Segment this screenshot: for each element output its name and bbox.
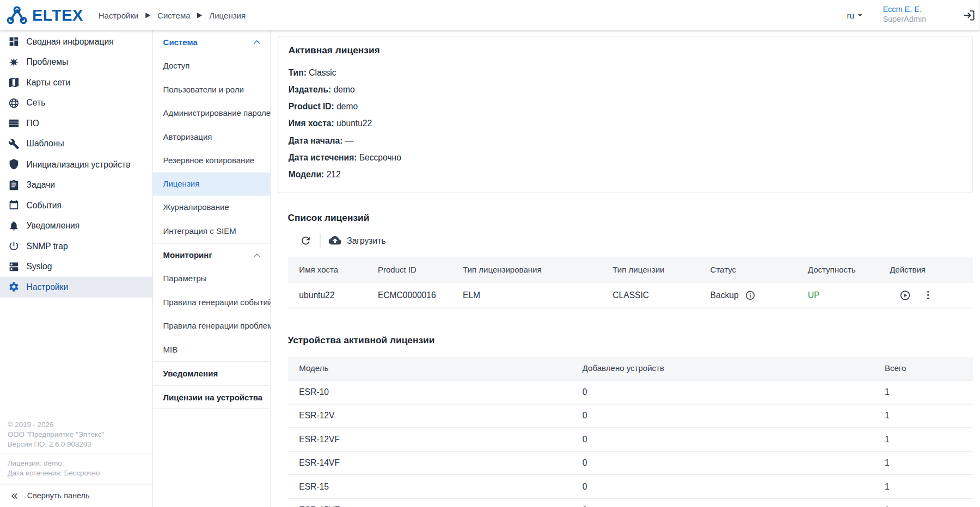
sidebar-item-label: Проблемы: [27, 58, 69, 67]
sidebar-item-network[interactable]: Сеть: [0, 93, 152, 114]
dashboard-icon: [8, 36, 20, 47]
sidebar-item-label: Инициализация устройств: [27, 159, 131, 169]
tasks-icon: [8, 179, 20, 190]
upload-license-button[interactable]: Загрузить: [329, 234, 386, 246]
sidebar-item-notifications[interactable]: Уведомления: [0, 215, 152, 236]
footer-version: Версия ПО: 2.6.0.903203: [8, 440, 152, 449]
col-status: Статус: [710, 264, 808, 274]
breadcrumb-license: Лицензия: [209, 10, 246, 20]
eccm-app: ELTEX Настройки Система Лицензия ru Eccm…: [0, 0, 980, 507]
footer-divider: [0, 454, 153, 454]
cell-status: Backup: [710, 290, 808, 301]
submenu-item-license[interactable]: Лицензия: [153, 172, 270, 195]
sidebar-item-label: Настройки: [27, 282, 69, 292]
submenu-item-authorization[interactable]: Авторизация: [153, 125, 270, 149]
sidebar-footer: © 2019 - 2026 ООО "Предприятие "Элтекс" …: [0, 420, 152, 478]
app-viewport: ELTEX Настройки Система Лицензия ru Eccm…: [0, 0, 980, 507]
footer-copyright: © 2019 - 2026: [8, 420, 152, 430]
sidebar-item-label: Syslog: [27, 262, 52, 271]
submenu-item-siem-integration[interactable]: Интеграция с SIEM: [153, 219, 270, 243]
sidebar-item-summary[interactable]: Сводная информация: [0, 32, 152, 52]
refresh-button[interactable]: [299, 234, 311, 246]
col-product-id: Product ID: [378, 264, 463, 274]
cell-model: ESR-12VF: [299, 435, 582, 444]
user-role: SuperAdmin: [883, 15, 926, 25]
col-total: Всего: [885, 363, 973, 373]
sidebar-nav: Сводная информация Проблемы Карты сети С…: [0, 30, 152, 298]
sidebar-item-problems[interactable]: Проблемы: [0, 52, 152, 72]
cell-devices-added: 0: [583, 387, 885, 397]
submenu-item-backup[interactable]: Резервное копирование: [153, 149, 270, 172]
sidebar-item-templates[interactable]: Шаблоны: [0, 134, 152, 154]
submenu-item-password-admin[interactable]: Администрирование паролей: [153, 101, 270, 125]
sidebar: Сводная информация Проблемы Карты сети С…: [0, 30, 153, 507]
submenu-item-users-roles[interactable]: Пользователи и роли: [153, 78, 270, 101]
submenu-item-access[interactable]: Доступ: [153, 54, 270, 77]
sidebar-item-label: ПО: [27, 119, 39, 128]
submenu-item-parameters[interactable]: Параметры: [153, 267, 270, 290]
submenu-section-title: Система: [163, 38, 198, 47]
submenu-item-logging[interactable]: Журналирование: [153, 196, 270, 219]
submenu-item-mib[interactable]: MIB: [153, 337, 270, 361]
breadcrumb-separator-icon: [197, 13, 202, 18]
license-field-expiry-date: Дата истечения: Бессрочно: [289, 149, 962, 166]
sidebar-item-settings[interactable]: Настройки: [0, 277, 152, 298]
chevron-up-icon: [252, 250, 262, 261]
submenu-section-system[interactable]: Система: [153, 30, 270, 54]
toolbar-divider: [320, 233, 321, 247]
settings-submenu: Система Доступ Пользователи и роли Админ…: [153, 30, 271, 507]
cloud-upload-icon: [329, 234, 341, 246]
license-list-toolbar: Загрузить: [288, 228, 973, 252]
kebab-menu-icon: [922, 289, 934, 301]
cell-license-type: CLASSIC: [612, 290, 710, 300]
license-list-section: Список лицензий Загрузить Имя хоста Prod…: [288, 212, 973, 308]
collapse-panel-button[interactable]: Свернуть панель: [0, 484, 152, 507]
language-selector[interactable]: ru: [847, 0, 865, 30]
sidebar-item-network-maps[interactable]: Карты сети: [0, 72, 152, 93]
submenu-item-problem-rules[interactable]: Правила генерации проблем: [153, 314, 270, 337]
user-menu[interactable]: Eccm E. E. SuperAdmin: [883, 4, 926, 24]
chevron-up-icon: [252, 37, 262, 47]
devices-table-row: ESR-14VF 0 1: [288, 452, 973, 475]
submenu-section-notifications[interactable]: Уведомления: [153, 361, 270, 385]
breadcrumb-system[interactable]: Система: [157, 10, 191, 20]
col-devices-added: Добавлено устройств: [583, 363, 885, 373]
cell-availability: UP: [808, 290, 890, 300]
devices-table-row: ESR-12VF 0 1: [288, 428, 973, 451]
sidebar-item-device-init[interactable]: Инициализация устройств: [0, 154, 152, 175]
activate-license-button[interactable]: [899, 289, 911, 301]
breadcrumb-settings[interactable]: Настройки: [99, 10, 139, 20]
cell-product-id: ECMC0000016: [378, 290, 463, 300]
breadcrumb: Настройки Система Лицензия: [99, 10, 246, 20]
sidebar-item-label: Шаблоны: [27, 139, 64, 149]
devices-table-row: ESR-12V 0 1: [288, 404, 973, 428]
submenu-item-event-rules[interactable]: Правила генерации событий: [153, 290, 270, 314]
logout-button[interactable]: [961, 8, 977, 23]
submenu-section-title: Уведомления: [163, 369, 218, 378]
license-list-title: Список лицензий: [288, 212, 973, 224]
cell-total: 1: [885, 387, 973, 397]
submenu-section-monitoring[interactable]: Мониторинг: [153, 243, 270, 267]
main-content: Активная лицензия Тип: Classic Издатель:…: [271, 30, 979, 507]
submenu-section-device-licenses[interactable]: Лицензии на устройства: [153, 385, 270, 409]
cell-model: ESR-15: [299, 482, 582, 491]
cell-devices-added: 0: [583, 411, 885, 420]
cell-devices-added: 0: [583, 435, 885, 444]
sidebar-item-snmp-trap[interactable]: SNMP trap: [0, 236, 152, 257]
cell-actions: [890, 289, 973, 301]
cell-total: 1: [885, 411, 973, 420]
sidebar-item-tasks[interactable]: Задачи: [0, 175, 152, 195]
row-menu-button[interactable]: [922, 289, 934, 301]
upload-license-label: Загрузить: [347, 236, 385, 245]
info-icon[interactable]: [745, 290, 756, 301]
license-devices-section: Устройства активной лицензии Модель Доба…: [288, 335, 973, 507]
sidebar-item-label: Уведомления: [27, 221, 80, 230]
sidebar-item-software[interactable]: ПО: [0, 113, 152, 134]
cell-devices-added: 0: [583, 458, 885, 467]
eltex-logo[interactable]: ELTEX: [7, 5, 83, 24]
sidebar-item-syslog[interactable]: Syslog: [0, 256, 152, 277]
devices-table: Модель Добавлено устройств Всего ESR-10 …: [288, 357, 973, 507]
topbar: ELTEX Настройки Система Лицензия ru Eccm…: [0, 0, 980, 30]
sidebar-item-events[interactable]: События: [0, 195, 152, 216]
footer-license-expiry: Дата истечения: Бессрочно: [8, 468, 152, 478]
